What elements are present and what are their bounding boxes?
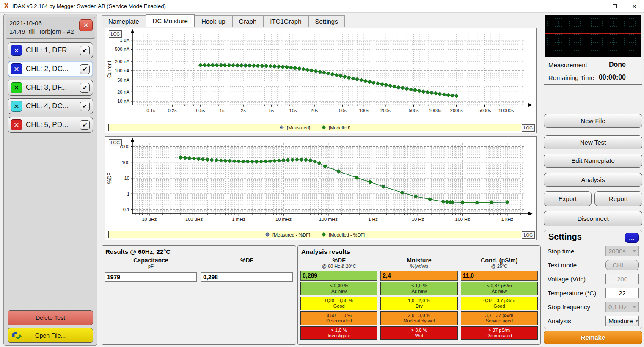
settings-row-temperature-c: Temperature (°C)22 bbox=[548, 287, 639, 298]
channel-label: CHL: 1, DFR bbox=[26, 46, 80, 55]
settings-menu-button[interactable]: ... bbox=[625, 233, 639, 243]
settings-row-voltage-vdc: Voltage (Vdc)200 bbox=[548, 273, 639, 284]
svg-text:1 Hz: 1 Hz bbox=[368, 217, 378, 222]
df-unit bbox=[201, 264, 293, 270]
new-file-button[interactable]: New File bbox=[544, 114, 642, 128]
open-file-label: Open File... bbox=[35, 332, 66, 339]
tab-itc1graph[interactable]: ITC1Graph bbox=[263, 15, 308, 27]
channel-item-3[interactable]: ✕CHL: 3, DF...✔ bbox=[8, 80, 93, 96]
rating-cell-as-new: < 0,30 %As new bbox=[300, 282, 377, 295]
tab-dc-moisture[interactable]: DC Moisture bbox=[146, 14, 195, 27]
titlebar: X IDAX v5.2.164 by Megger Sweden AB (Ser… bbox=[0, 0, 644, 13]
rating-cell-good: 0,37 - 3,7 pS/mGood bbox=[461, 297, 538, 310]
remaining-time-label: Remaining Time bbox=[548, 74, 594, 81]
svg-text:10s: 10s bbox=[289, 108, 297, 113]
channel-x-icon: ✕ bbox=[11, 101, 22, 112]
channel-list: ✕CHL: 1, DFR✔✕CHL: 2, DC...✔✕CHL: 3, DF.… bbox=[4, 40, 97, 133]
tab-settings[interactable]: Settings bbox=[308, 15, 345, 27]
measurement-status-box: Measurement Done Remaining Time 00:00:00 bbox=[544, 14, 642, 85]
svg-text:10: 10 bbox=[124, 176, 129, 181]
export-button[interactable]: Export bbox=[544, 191, 592, 206]
stop-frequency-select: 0,1 Hz bbox=[605, 302, 639, 312]
rating-cell-investigate: > 1,0 %Investigate bbox=[300, 326, 377, 340]
app-window: X IDAX v5.2.164 by Megger Sweden AB (Ser… bbox=[0, 0, 644, 347]
analysis-header-df: %DF@ 60 Hz & 20°C bbox=[300, 256, 377, 270]
analysis-value-moisture: 2,4 bbox=[380, 271, 457, 281]
tab-nameplate[interactable]: Nameplate bbox=[102, 15, 146, 27]
results-title: Results @ 60Hz, 22°C bbox=[102, 246, 296, 255]
legend-label: [Measured] bbox=[287, 125, 310, 130]
rating-cell-moderately-wet: 2,0 - 3,0 %Moderately wet bbox=[380, 311, 457, 325]
new-test-button[interactable]: New Test bbox=[544, 135, 642, 149]
analysis-groupbox: Analysis results %DF@ 60 Hz & 20°CMoistu… bbox=[297, 245, 541, 345]
channel-item-2[interactable]: ✕CHL: 2, DC...✔ bbox=[8, 61, 93, 77]
maximize-icon[interactable] bbox=[605, 0, 625, 12]
analysis-select[interactable]: Moisture bbox=[605, 316, 639, 326]
svg-text:0.2s: 0.2s bbox=[168, 108, 177, 113]
session-close-icon[interactable]: ✕ bbox=[79, 19, 93, 31]
channel-item-1[interactable]: ✕CHL: 1, DFR✔ bbox=[8, 42, 93, 58]
right-panel: Measurement Done Remaining Time 00:00:00… bbox=[544, 14, 642, 346]
rating-cell-good: 0,30 - 0,50 %Good bbox=[300, 297, 377, 310]
log-scale-y-button[interactable]: LOG bbox=[109, 139, 122, 146]
log-scale-x-button[interactable]: LOG bbox=[522, 124, 535, 132]
tab-hook-up[interactable]: Hook-up bbox=[195, 15, 232, 27]
disconnect-button[interactable]: Disconnect bbox=[544, 211, 642, 226]
svg-text:0.5s: 0.5s bbox=[196, 108, 205, 113]
svg-text:100 mHz: 100 mHz bbox=[319, 217, 338, 222]
channel-item-5[interactable]: ✕CHL: 5, PD...✔ bbox=[8, 117, 93, 133]
close-icon[interactable]: ✕ bbox=[625, 0, 644, 12]
current-chart-panel: 0.1s0.2s0.5s1s2s5s10s20s50s100s200s500s1… bbox=[105, 28, 537, 133]
report-button[interactable]: Report bbox=[594, 191, 642, 206]
df-header: %DF bbox=[201, 257, 293, 264]
analysis-title: Analysis results bbox=[298, 246, 540, 255]
svg-text:100s: 100s bbox=[359, 108, 369, 113]
svg-text:5s: 5s bbox=[269, 108, 274, 113]
legend-diamond-icon bbox=[321, 125, 326, 131]
session-header[interactable]: 2021-10-06 14.49_till_Torbjörn - #2 ✕ bbox=[6, 17, 95, 39]
log-scale-y-button[interactable]: LOG bbox=[109, 30, 122, 38]
svg-text:10 Hz: 10 Hz bbox=[412, 217, 424, 222]
analysis-value-df: 0,289 bbox=[300, 271, 377, 281]
minimize-icon[interactable] bbox=[586, 0, 605, 12]
settings-row-stop-time: Stop time2000s bbox=[548, 245, 639, 256]
svg-text:%DF: %DF bbox=[107, 173, 113, 184]
stop-time-select: 2000s bbox=[605, 246, 639, 256]
chevron-down-icon bbox=[633, 250, 636, 252]
channel-checkbox[interactable]: ✔ bbox=[80, 120, 90, 130]
remake-button[interactable]: Remake bbox=[544, 331, 642, 344]
results-groupbox: Results @ 60Hz, 22°C Capacitance pF 1979… bbox=[102, 245, 296, 345]
channel-checkbox[interactable]: ✔ bbox=[80, 102, 90, 111]
svg-text:0.1: 0.1 bbox=[123, 207, 129, 212]
channel-checkbox[interactable]: ✔ bbox=[80, 46, 90, 55]
settings-row-test-mode: Test modeCHL ... bbox=[548, 259, 639, 270]
analysis-button[interactable]: Analysis bbox=[544, 173, 642, 187]
scope-display bbox=[545, 15, 641, 57]
svg-text:2000s: 2000s bbox=[450, 108, 463, 113]
svg-text:1s: 1s bbox=[220, 108, 225, 113]
legend-label: [Modelled] bbox=[329, 125, 350, 130]
window-controls: ✕ bbox=[586, 0, 644, 12]
svg-text:1: 1 bbox=[127, 191, 129, 196]
log-scale-x-button[interactable]: LOG bbox=[522, 231, 535, 239]
edit-nameplate-button[interactable]: Edit Nameplate bbox=[544, 154, 642, 168]
svg-text:5000s: 5000s bbox=[479, 108, 491, 113]
svg-text:50 nA: 50 nA bbox=[117, 77, 129, 83]
rating-cell-as-new: < 0,37 pS/mAs new bbox=[461, 282, 538, 295]
legend-entry-measured-df: [Measured - %DF] bbox=[265, 232, 310, 238]
voltage-vdc-input: 200 bbox=[605, 274, 639, 284]
temperature-c-input[interactable]: 22 bbox=[605, 288, 639, 298]
open-file-button[interactable]: Open File... bbox=[8, 328, 93, 343]
rating-cell-dry: 1,0 - 2,0 %Dry bbox=[380, 297, 457, 310]
settings-panel: Settings ... Stop time2000sTest modeCHL … bbox=[544, 230, 642, 329]
settings-label-temperature-c: Temperature (°C) bbox=[548, 289, 596, 297]
tab-graph[interactable]: Graph bbox=[232, 15, 264, 27]
channel-checkbox[interactable]: ✔ bbox=[80, 64, 90, 74]
delete-test-button[interactable]: Delete Test bbox=[8, 310, 93, 325]
channel-label: CHL: 2, DC... bbox=[26, 65, 80, 73]
channel-checkbox[interactable]: ✔ bbox=[80, 83, 90, 93]
channel-label: CHL: 3, DF... bbox=[26, 83, 80, 92]
channel-x-icon: ✕ bbox=[11, 45, 22, 56]
session-date: 2021-10-06 bbox=[9, 19, 78, 28]
channel-item-4[interactable]: ✕CHL: 4, DC...✔ bbox=[8, 98, 93, 114]
